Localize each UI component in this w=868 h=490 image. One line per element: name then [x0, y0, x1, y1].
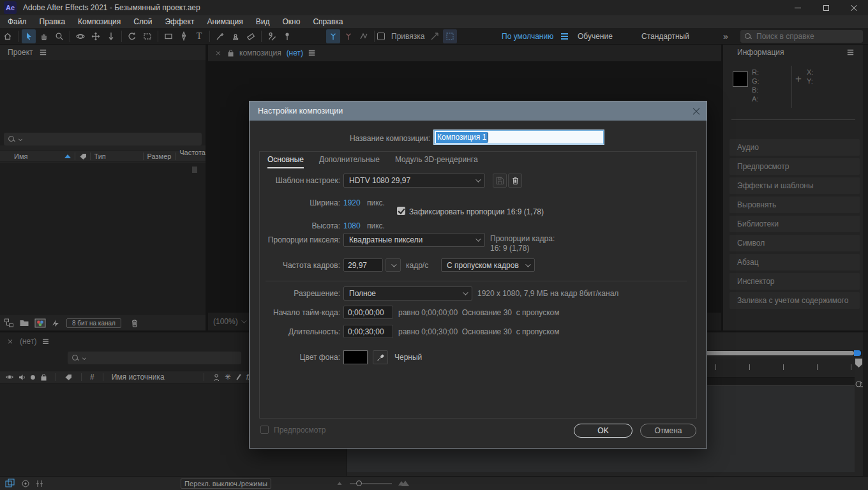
- collapsed-panel-tab[interactable]: Выровнять: [730, 197, 860, 213]
- maximize-button[interactable]: [812, 0, 840, 15]
- width-value[interactable]: 1920: [343, 198, 361, 207]
- column-name[interactable]: Имя: [14, 152, 27, 160]
- eraser-tool-icon[interactable]: [244, 29, 258, 43]
- timeline-tab-status[interactable]: (нет): [20, 337, 36, 346]
- collapsed-panel-tab[interactable]: Предпросмотр: [730, 158, 860, 175]
- panel-splitter[interactable]: [206, 45, 208, 330]
- zoom-out-mountain-icon[interactable]: [338, 482, 342, 485]
- snap-checkbox[interactable]: [377, 33, 385, 40]
- height-value[interactable]: 1080: [343, 221, 361, 230]
- column-size[interactable]: Размер: [147, 152, 172, 160]
- tag-icon[interactable]: [79, 152, 86, 160]
- lock-icon[interactable]: [40, 373, 47, 381]
- dolly-camera-icon[interactable]: [104, 29, 118, 43]
- column-type[interactable]: Тип: [94, 152, 105, 160]
- frame-rate-input[interactable]: 29,97: [343, 258, 383, 272]
- column-source-name[interactable]: Имя источника: [112, 373, 165, 382]
- axis-local-icon[interactable]: [326, 29, 340, 43]
- menu-item[interactable]: Слой: [127, 15, 158, 28]
- menu-item[interactable]: Композиция: [71, 15, 127, 28]
- orbit-camera-icon[interactable]: [73, 29, 87, 43]
- close-button[interactable]: [840, 0, 868, 15]
- start-timecode-input[interactable]: 0;00;00;00: [343, 306, 393, 319]
- drop-frame-dropdown[interactable]: С пропуском кадров: [441, 258, 535, 272]
- zoom-in-mountains-icon[interactable]: [398, 481, 408, 486]
- workspace-overflow-button[interactable]: »: [723, 28, 728, 45]
- cancel-button[interactable]: Отмена: [640, 424, 696, 438]
- workspace-tab-standard[interactable]: Стандартный: [641, 28, 689, 45]
- menu-item[interactable]: Правка: [33, 15, 72, 28]
- rotate-tool-icon[interactable]: [125, 29, 139, 43]
- axis-world-icon[interactable]: [341, 29, 355, 43]
- shy-icon[interactable]: [213, 373, 220, 382]
- roto-brush-icon[interactable]: [265, 29, 279, 43]
- panel-menu-icon[interactable]: [40, 52, 45, 53]
- eye-icon[interactable]: [5, 374, 14, 380]
- resolution-dropdown[interactable]: Полное: [343, 286, 472, 301]
- collapsed-panel-tab[interactable]: Эффекты и шаблоны: [730, 177, 860, 194]
- home-icon[interactable]: [1, 29, 15, 43]
- minimize-button[interactable]: [784, 0, 812, 15]
- timeline-zoom-knob[interactable]: [356, 480, 362, 486]
- menu-item[interactable]: Справка: [306, 15, 349, 28]
- workspace-tab-default[interactable]: По умолчанию: [502, 28, 568, 45]
- column-rate[interactable]: Частота _: [179, 149, 206, 164]
- collapsed-panel-tab[interactable]: Абзац: [730, 254, 860, 271]
- help-search-box[interactable]: [740, 30, 863, 43]
- sort-asc-icon[interactable]: [64, 154, 71, 158]
- pan-camera-icon[interactable]: [89, 29, 103, 43]
- delete-preset-button[interactable]: [508, 174, 522, 188]
- frame-rate-dropdown-button[interactable]: [385, 258, 401, 272]
- tab-basic[interactable]: Основные: [267, 155, 304, 168]
- frame-blend-icon[interactable]: [236, 374, 241, 380]
- tab-3d-renderer[interactable]: Модуль 3D-рендеринга: [395, 155, 478, 168]
- trash-icon[interactable]: [130, 318, 139, 328]
- brush-tool-icon[interactable]: [213, 29, 227, 43]
- new-composition-icon[interactable]: [34, 318, 46, 328]
- collapsed-panel-tab[interactable]: Заливка с учетом содержимого: [730, 292, 860, 309]
- viewer-zoom-value[interactable]: (100%): [213, 317, 238, 326]
- panel-menu-icon[interactable]: [43, 341, 49, 342]
- collapsed-panel-tab[interactable]: Аудио: [730, 139, 860, 156]
- lock-aspect-checkbox[interactable]: [397, 207, 405, 215]
- bg-color-swatch[interactable]: [343, 350, 368, 364]
- eyedropper-button[interactable]: [373, 350, 388, 364]
- tab-close-icon[interactable]: [8, 339, 13, 344]
- live-update-icon[interactable]: [5, 479, 15, 488]
- puppet-pin-icon[interactable]: [280, 29, 294, 43]
- color-depth-button[interactable]: 8 бит на канал: [66, 318, 121, 328]
- marker-icon[interactable]: [855, 358, 863, 368]
- new-folder-icon[interactable]: [19, 318, 29, 327]
- axis-view-icon[interactable]: [357, 29, 371, 43]
- pen-tool-icon[interactable]: [177, 29, 191, 43]
- panel-menu-icon[interactable]: [309, 52, 315, 54]
- comp-marker-bin-icon[interactable]: [855, 380, 864, 389]
- menu-item[interactable]: Эффект: [158, 15, 200, 28]
- viewer-tab-label[interactable]: композиция: [239, 48, 281, 57]
- panel-menu-icon[interactable]: [848, 52, 853, 53]
- workspace-tab-learning[interactable]: Обучение: [578, 28, 613, 45]
- hand-tool-icon[interactable]: [37, 29, 51, 43]
- menu-item[interactable]: Окно: [276, 15, 306, 28]
- panel-splitter[interactable]: [721, 45, 723, 330]
- column-toggle-icon[interactable]: [35, 479, 44, 488]
- tab-advanced[interactable]: Дополнительные: [319, 155, 380, 168]
- menu-item[interactable]: Файл: [1, 15, 33, 28]
- collapsed-panel-tab[interactable]: Символ: [730, 235, 860, 251]
- rectangle-tool-icon[interactable]: [161, 29, 176, 43]
- draft-3d-icon[interactable]: [21, 479, 30, 488]
- timeline-search-box[interactable]: [68, 352, 241, 364]
- flowchart-icon[interactable]: [4, 318, 14, 328]
- tag-icon[interactable]: [64, 373, 73, 381]
- project-panel-title[interactable]: Проект: [8, 48, 33, 57]
- save-preset-button[interactable]: [493, 174, 507, 188]
- collapsed-panel-tab[interactable]: Библиотеки: [730, 216, 860, 232]
- project-items-list[interactable]: [0, 163, 206, 315]
- audio-icon[interactable]: [19, 374, 26, 381]
- toggle-switches-modes-button[interactable]: Перекл. выключ./режимы: [181, 479, 271, 489]
- type-tool-icon[interactable]: T: [192, 29, 206, 43]
- project-search-box[interactable]: [4, 133, 202, 145]
- dialog-title-bar[interactable]: Настройки композиции: [250, 101, 707, 121]
- preview-checkbox[interactable]: [260, 426, 269, 434]
- dialog-close-icon[interactable]: [692, 107, 701, 115]
